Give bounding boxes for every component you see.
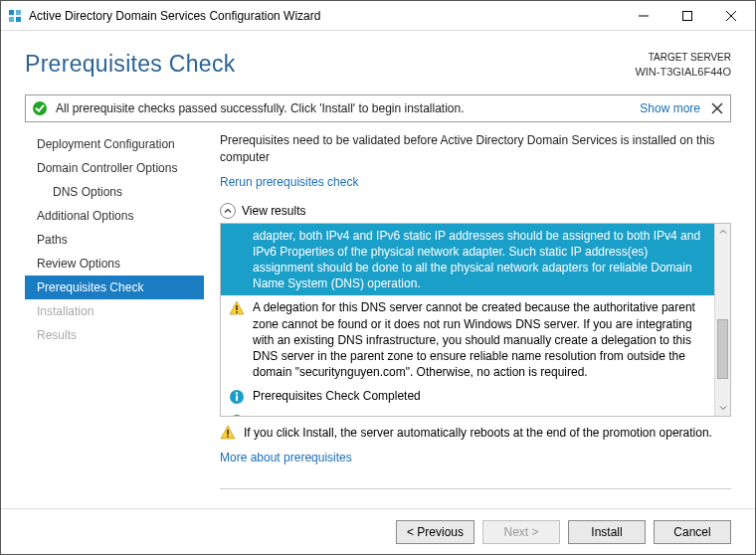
- chevron-up-icon: [220, 203, 236, 219]
- sidebar-item-results: Results: [25, 323, 204, 347]
- warning-icon: [220, 425, 236, 441]
- rerun-prerequisites-link[interactable]: Rerun prerequisites check: [220, 175, 731, 189]
- result-item[interactable]: adapter, both IPv4 and IPv6 static IP ad…: [221, 224, 714, 296]
- minimize-button[interactable]: [622, 2, 665, 30]
- target-server-block: TARGET SERVER WIN-T3GIAL6F44O: [635, 51, 731, 79]
- sidebar-item-label: Paths: [37, 233, 68, 247]
- svg-rect-12: [236, 311, 238, 313]
- intro-text: Prerequisites need to be validated befor…: [220, 132, 731, 164]
- wizard-sidebar: Deployment Configuration Domain Controll…: [25, 132, 204, 508]
- maximize-button[interactable]: [665, 2, 709, 30]
- content-divider: [220, 488, 731, 489]
- target-server-value: WIN-T3GIAL6F44O: [635, 65, 731, 80]
- sidebar-item-label: Additional Options: [37, 209, 133, 223]
- svg-rect-11: [236, 305, 238, 310]
- sidebar-item-label: DNS Options: [53, 185, 122, 199]
- target-server-label: TARGET SERVER: [635, 51, 731, 65]
- more-about-prerequisites-link[interactable]: More about prerequisites: [220, 451, 731, 464]
- result-text: A delegation for this DNS server cannot …: [253, 299, 706, 380]
- warning-icon: [229, 299, 245, 380]
- sidebar-item-additional-options[interactable]: Additional Options: [25, 204, 204, 228]
- svg-rect-3: [16, 17, 21, 22]
- next-button: Next >: [482, 520, 560, 544]
- info-icon: [229, 388, 245, 405]
- svg-rect-17: [227, 430, 229, 435]
- view-results-label: View results: [242, 204, 305, 218]
- result-item[interactable]: Prerequisites Check Completed: [221, 384, 714, 409]
- svg-rect-18: [227, 436, 229, 438]
- cancel-button[interactable]: Cancel: [654, 520, 731, 544]
- svg-rect-2: [9, 17, 14, 22]
- sidebar-item-deployment-configuration[interactable]: Deployment Configuration: [25, 132, 204, 156]
- banner-close-button[interactable]: [710, 101, 724, 115]
- main-area: Deployment Configuration Domain Controll…: [25, 132, 731, 508]
- page-title: Prerequisites Check: [25, 51, 635, 78]
- sidebar-item-prerequisites-check[interactable]: Prerequisites Check: [25, 276, 204, 299]
- results-scrollbar[interactable]: [714, 224, 730, 416]
- wizard-footer-buttons: < Previous Next > Install Cancel: [1, 508, 755, 554]
- status-banner: All prerequisite checks passed successfu…: [25, 94, 731, 122]
- results-listbox: adapter, both IPv4 and IPv6 static IP ad…: [220, 223, 731, 417]
- svg-rect-1: [16, 10, 21, 15]
- previous-button[interactable]: < Previous: [396, 520, 474, 544]
- svg-point-14: [236, 393, 238, 395]
- result-item[interactable]: All prerequisite checks passed successfu…: [221, 409, 714, 415]
- reboot-warning: If you click Install, the server automat…: [220, 425, 731, 441]
- content-pane: Prerequisites need to be validated befor…: [204, 132, 731, 508]
- sidebar-item-dns-options[interactable]: DNS Options: [25, 180, 204, 204]
- results-scroll-area: adapter, both IPv4 and IPv6 static IP ad…: [221, 224, 714, 416]
- success-icon: [32, 100, 48, 116]
- result-text: Prerequisites Check Completed: [253, 388, 706, 405]
- svg-rect-15: [236, 396, 238, 402]
- titlebar: Active Directory Domain Services Configu…: [1, 1, 755, 31]
- banner-text: All prerequisite checks passed successfu…: [56, 101, 640, 115]
- sidebar-item-label: Deployment Configuration: [37, 137, 175, 151]
- scrollbar-down-icon[interactable]: [715, 400, 730, 416]
- svg-rect-0: [9, 10, 14, 15]
- sidebar-item-domain-controller-options[interactable]: Domain Controller Options: [25, 156, 204, 180]
- window-controls: [622, 2, 753, 30]
- blank-icon: [229, 228, 245, 292]
- install-button[interactable]: Install: [568, 520, 646, 544]
- close-button[interactable]: [709, 2, 753, 30]
- svg-rect-5: [683, 11, 692, 20]
- sidebar-item-label: Installation: [37, 304, 94, 318]
- sidebar-item-paths[interactable]: Paths: [25, 228, 204, 252]
- scrollbar-track[interactable]: [715, 240, 730, 400]
- show-more-link[interactable]: Show more: [640, 101, 700, 115]
- success-icon: [229, 413, 245, 415]
- result-item[interactable]: A delegation for this DNS server cannot …: [221, 295, 714, 384]
- app-icon: [7, 8, 23, 24]
- scrollbar-up-icon[interactable]: [715, 224, 730, 240]
- result-text: All prerequisite checks passed successfu…: [253, 413, 706, 415]
- window-title: Active Directory Domain Services Configu…: [29, 9, 622, 23]
- result-text: adapter, both IPv4 and IPv6 static IP ad…: [253, 228, 706, 292]
- view-results-toggle[interactable]: View results: [220, 203, 731, 219]
- sidebar-item-label: Results: [37, 328, 77, 342]
- page-header: Prerequisites Check TARGET SERVER WIN-T3…: [1, 31, 755, 89]
- scrollbar-thumb[interactable]: [717, 319, 728, 379]
- sidebar-item-label: Review Options: [37, 257, 120, 271]
- sidebar-item-label: Prerequisites Check: [37, 280, 143, 294]
- sidebar-item-review-options[interactable]: Review Options: [25, 252, 204, 276]
- sidebar-item-label: Domain Controller Options: [37, 161, 177, 175]
- sidebar-item-installation: Installation: [25, 299, 204, 323]
- reboot-warning-text: If you click Install, the server automat…: [244, 425, 712, 441]
